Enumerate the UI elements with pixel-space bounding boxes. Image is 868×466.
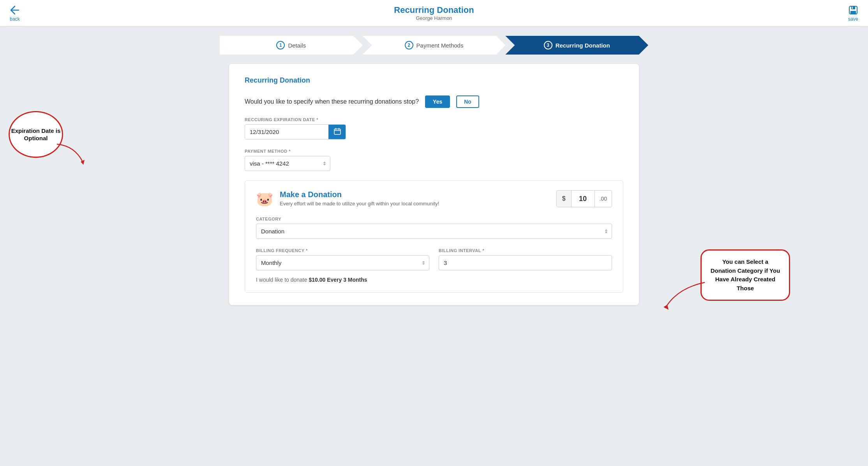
stop-question-text: Would you like to specify when these rec… (245, 98, 419, 105)
header-center: Recurring Donation George Harmon (394, 5, 474, 21)
calendar-button[interactable] (328, 125, 346, 139)
billing-interval-input[interactable] (439, 255, 612, 270)
step-details[interactable]: 1 Details (220, 36, 363, 55)
expiration-date-input[interactable] (245, 125, 328, 139)
page-subtitle: George Harmon (394, 15, 474, 21)
no-button[interactable]: No (456, 95, 479, 108)
billing-frequency-group: BILLING FREQUENCY * Monthly Weekly Quart… (256, 248, 429, 270)
step-num-3: 3 (544, 41, 552, 49)
step-label-3: Recurring Donation (556, 42, 610, 49)
donation-description: Every effort will be made to utilize you… (280, 201, 439, 207)
amount-dollar-sign: $ (557, 191, 572, 207)
page-title: Recurring Donation (394, 5, 474, 15)
summary-amount: $10.00 (309, 277, 325, 283)
category-group: CATEGORY Donation (256, 217, 612, 239)
amount-value: 10 (572, 191, 595, 207)
step-recurring-donation[interactable]: 3 Recurring Donation (505, 36, 648, 55)
app-header: back Recurring Donation George Harmon sa… (0, 0, 868, 26)
billing-frequency-label: BILLING FREQUENCY * (256, 248, 429, 253)
save-label: save (848, 16, 858, 22)
donation-title: Make a Donation (280, 190, 439, 199)
callout-expiration: Expiration Date is Optional (9, 111, 63, 158)
stepper: 1 Details 2 Payment Methods 3 Recurring … (220, 36, 648, 55)
billing-interval-label: BILLING INTERVAL * (439, 248, 612, 253)
category-select-wrapper: Donation (256, 224, 612, 239)
payment-method-label: PAYMENT METHOD * (245, 149, 623, 154)
billing-row: BILLING FREQUENCY * Monthly Weekly Quart… (256, 248, 612, 270)
svg-rect-5 (334, 129, 340, 134)
piggy-bank-icon: 🐷 (256, 191, 273, 207)
donation-section: 🐷 Make a Donation Every effort will be m… (245, 180, 623, 293)
category-label: CATEGORY (256, 217, 612, 221)
step-label-2: Payment Methods (416, 42, 464, 49)
step-num-1: 1 (276, 41, 285, 49)
svg-rect-1 (851, 6, 855, 9)
callout-category-arrow (662, 281, 708, 312)
amount-cents: .00 (595, 191, 612, 207)
svg-marker-4 (81, 160, 85, 165)
billing-frequency-select-wrapper: Monthly Weekly Quarterly Annually (256, 255, 429, 270)
expiration-date-label: RECCURING EXPIRATION DATE * (245, 117, 623, 122)
main-content: Recurring Donation Would you like to spe… (220, 64, 648, 321)
step-label-1: Details (288, 42, 306, 49)
callout-expiration-arrow (55, 142, 86, 166)
donation-header: 🐷 Make a Donation Every effort will be m… (256, 190, 612, 207)
svg-rect-2 (850, 11, 856, 14)
step-num-2: 2 (405, 41, 413, 49)
payment-method-select-wrapper: visa - **** 4242 (245, 156, 330, 171)
callout-category: You can Select a Donation Category if Yo… (700, 249, 790, 301)
form-card: Recurring Donation Would you like to spe… (229, 64, 639, 305)
expiration-date-group: RECCURING EXPIRATION DATE * (245, 117, 623, 139)
summary-prefix: I would like to donate (256, 277, 309, 283)
svg-rect-3 (852, 7, 853, 9)
category-select[interactable]: Donation (256, 224, 612, 239)
donation-header-left: 🐷 Make a Donation Every effort will be m… (256, 190, 439, 207)
calendar-icon (334, 128, 341, 135)
payment-method-group: PAYMENT METHOD * visa - **** 4242 (245, 149, 623, 171)
yes-button[interactable]: Yes (425, 95, 450, 108)
donation-summary: I would like to donate $10.00 Every 3 Mo… (256, 277, 612, 283)
amount-widget: $ 10 .00 (556, 190, 612, 207)
step-payment-methods[interactable]: 2 Payment Methods (363, 36, 506, 55)
back-label: back (10, 16, 19, 22)
save-button[interactable]: save (848, 5, 859, 22)
billing-interval-group: BILLING INTERVAL * (439, 248, 612, 270)
billing-frequency-select[interactable]: Monthly Weekly Quarterly Annually (256, 255, 429, 270)
callout-category-text: You can Select a Donation Category if Yo… (711, 258, 780, 291)
summary-frequency: Every 3 Months (327, 277, 367, 283)
donation-info: Make a Donation Every effort will be mad… (280, 190, 439, 207)
callout-expiration-text: Expiration Date is Optional (10, 127, 62, 142)
card-title: Recurring Donation (245, 76, 623, 85)
svg-marker-9 (663, 305, 669, 310)
stop-question-row: Would you like to specify when these rec… (245, 95, 623, 108)
back-button[interactable]: back (9, 5, 20, 22)
date-input-wrapper (245, 124, 346, 139)
payment-method-select[interactable]: visa - **** 4242 (245, 156, 330, 171)
